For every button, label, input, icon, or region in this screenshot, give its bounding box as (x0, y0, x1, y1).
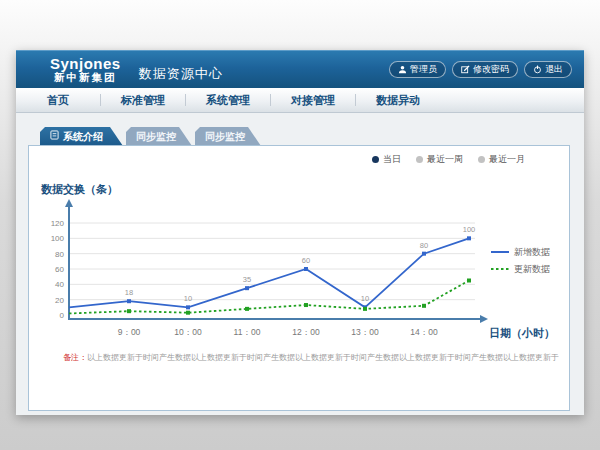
admin-user-button[interactable]: 管理员 (389, 61, 446, 78)
tab-label: 系统介绍 (63, 127, 103, 146)
tab-bar: 系统介绍 同步监控 同步监控 (40, 127, 264, 146)
change-password-label: 修改密码 (473, 63, 509, 76)
data-exchange-line-chart: 0204060801001209：0010：0011：0012：0013：001… (29, 160, 567, 350)
page-title: 数据资源中心 (139, 65, 223, 83)
logout-label: 退出 (545, 63, 563, 76)
svg-text:120: 120 (51, 219, 65, 228)
svg-text:18: 18 (125, 288, 133, 297)
user-icon (398, 65, 407, 74)
company-logo: Synjones 新中新集团 (50, 56, 121, 83)
svg-text:80: 80 (420, 241, 428, 250)
nav-item-home[interactable]: 首页 (16, 88, 100, 112)
nav-item-system-mgmt[interactable]: 系统管理 (186, 88, 270, 112)
nav-item-data-change[interactable]: 数据异动 (356, 88, 440, 112)
user-actions: 管理员 修改密码 退出 (389, 61, 572, 78)
svg-text:12：00: 12：00 (292, 327, 320, 337)
tab-label: 同步监控 (136, 127, 176, 146)
logo-text-en: Synjones (50, 56, 121, 72)
tab-label: 同步监控 (205, 127, 245, 146)
svg-text:更新数据: 更新数据 (514, 264, 550, 274)
svg-text:10: 10 (361, 294, 369, 303)
svg-text:数据交换（条）: 数据交换（条） (40, 183, 118, 196)
svg-text:0: 0 (60, 311, 65, 320)
svg-text:14：00: 14：00 (410, 327, 438, 337)
tab-system-intro[interactable]: 系统介绍 (40, 127, 123, 146)
power-icon (533, 65, 542, 74)
svg-text:11：00: 11：00 (234, 327, 261, 337)
change-password-button[interactable]: 修改密码 (452, 61, 518, 78)
app-window: Synjones 新中新集团 数据资源中心 管理员 修改密码 退出 (16, 50, 584, 415)
document-icon (50, 127, 59, 146)
svg-text:9：00: 9：00 (118, 327, 141, 337)
main-nav: 首页 标准管理 系统管理 对接管理 数据异动 (16, 88, 584, 113)
svg-text:60: 60 (55, 265, 64, 274)
logo-text-cn: 新中新集团 (50, 72, 121, 83)
logout-button[interactable]: 退出 (524, 61, 572, 78)
edit-icon (461, 65, 470, 74)
svg-text:60: 60 (302, 256, 310, 265)
svg-text:13：00: 13：00 (351, 327, 379, 337)
svg-text:新增数据: 新增数据 (514, 247, 550, 257)
tab-sync-monitor-1[interactable]: 同步监控 (126, 127, 192, 146)
footnote-text: 以上数据更新于时间产生数据以上数据更新于时间产生数据以上数据更新于时间产生数据以… (87, 353, 559, 362)
svg-text:100: 100 (463, 225, 476, 234)
svg-text:日期（小时）: 日期（小时） (489, 327, 555, 340)
svg-text:35: 35 (243, 275, 251, 284)
admin-label: 管理员 (410, 63, 437, 76)
nav-item-standard-mgmt[interactable]: 标准管理 (101, 88, 185, 112)
app-header: Synjones 新中新集团 数据资源中心 管理员 修改密码 退出 (16, 50, 584, 88)
tab-sync-monitor-2[interactable]: 同步监控 (195, 127, 261, 146)
nav-item-interface-mgmt[interactable]: 对接管理 (271, 88, 355, 112)
chart-panel: 当日 最近一周 最近一月 0204060801001209：0010：0011：… (28, 145, 570, 411)
footnote-label: 备注： (63, 353, 87, 362)
svg-text:80: 80 (55, 250, 64, 259)
svg-text:40: 40 (55, 280, 64, 289)
svg-text:20: 20 (55, 296, 64, 305)
svg-text:10: 10 (184, 294, 192, 303)
svg-text:10：00: 10：00 (174, 327, 202, 337)
footnote: 备注：以上数据更新于时间产生数据以上数据更新于时间产生数据以上数据更新于时间产生… (63, 352, 563, 363)
svg-text:100: 100 (51, 234, 65, 243)
